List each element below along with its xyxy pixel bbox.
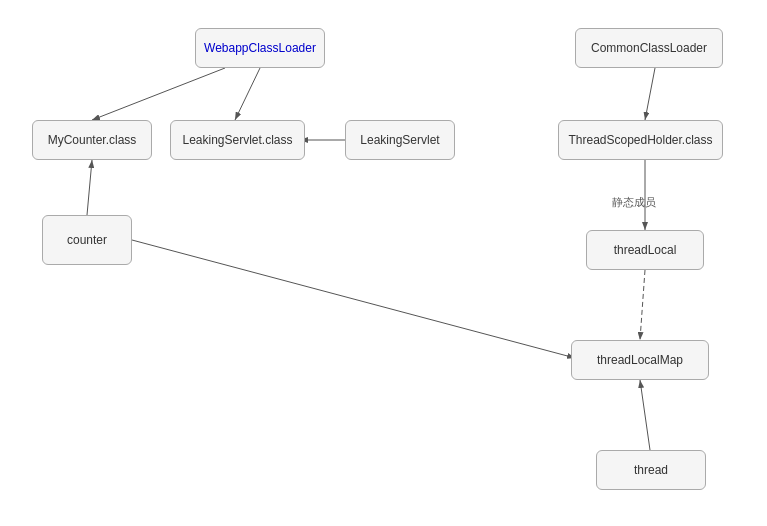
svg-line-9	[645, 68, 655, 120]
svg-line-7	[87, 160, 92, 215]
leakingservlet-class-label: LeakingServlet.class	[182, 133, 292, 147]
mycounter-class-label: MyCounter.class	[48, 133, 137, 147]
webapp-classloader-label: WebappClassLoader	[204, 41, 316, 55]
svg-line-11	[640, 270, 645, 340]
common-classloader-node: CommonClassLoader	[575, 28, 723, 68]
threadscopedholder-class-node: ThreadScopedHolder.class	[558, 120, 723, 160]
threadlocalmap-node: threadLocalMap	[571, 340, 709, 380]
svg-line-4	[92, 68, 225, 120]
common-classloader-label: CommonClassLoader	[591, 41, 707, 55]
threadlocalmap-label: threadLocalMap	[597, 353, 683, 367]
svg-line-12	[640, 380, 650, 450]
counter-label: counter	[67, 233, 107, 247]
leakingservlet-node: LeakingServlet	[345, 120, 455, 160]
threadlocal-label: threadLocal	[614, 243, 677, 257]
leakingservlet-class-node: LeakingServlet.class	[170, 120, 305, 160]
thread-label: thread	[634, 463, 668, 477]
threadlocal-node: threadLocal	[586, 230, 704, 270]
counter-node: counter	[42, 215, 132, 265]
webapp-classloader-node: WebappClassLoader	[195, 28, 325, 68]
mycounter-class-node: MyCounter.class	[32, 120, 152, 160]
thread-node: thread	[596, 450, 706, 490]
svg-line-8	[132, 240, 575, 358]
static-member-label: 静态成员	[612, 195, 656, 210]
diagram: WebappClassLoader MyCounter.class Leakin…	[0, 0, 767, 526]
svg-line-5	[235, 68, 260, 120]
threadscopedholder-class-label: ThreadScopedHolder.class	[568, 133, 712, 147]
leakingservlet-label: LeakingServlet	[360, 133, 439, 147]
